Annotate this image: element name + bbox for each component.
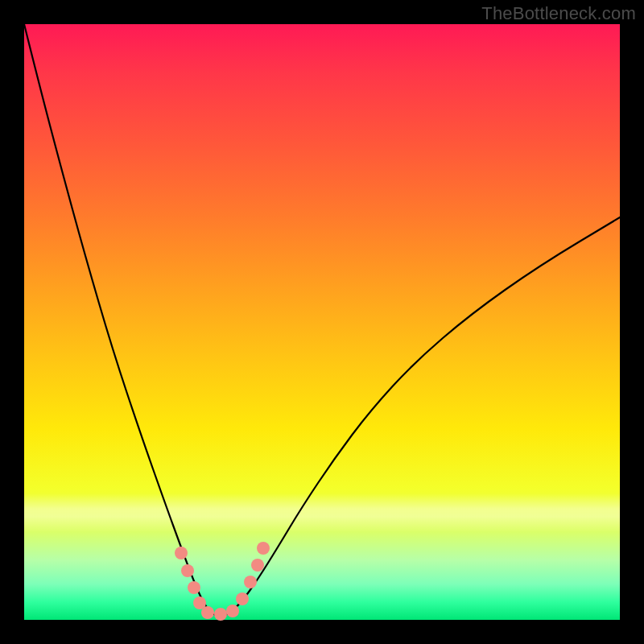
curve-bead bbox=[257, 542, 270, 555]
chart-frame: TheBottleneck.com bbox=[0, 0, 644, 644]
curve-bead bbox=[226, 605, 239, 617]
curve-bead bbox=[251, 559, 264, 572]
watermark-text: TheBottleneck.com bbox=[481, 3, 636, 24]
curve-bead bbox=[181, 564, 194, 577]
curve-bead bbox=[236, 592, 249, 605]
curve-bead bbox=[244, 576, 257, 588]
beads-group bbox=[175, 542, 270, 621]
curve-bead bbox=[188, 581, 200, 594]
curve-bead bbox=[201, 606, 214, 619]
bottleneck-curve bbox=[24, 24, 620, 616]
curve-bead bbox=[214, 608, 227, 621]
curve-bead bbox=[175, 547, 188, 559]
curve-layer bbox=[24, 24, 620, 620]
